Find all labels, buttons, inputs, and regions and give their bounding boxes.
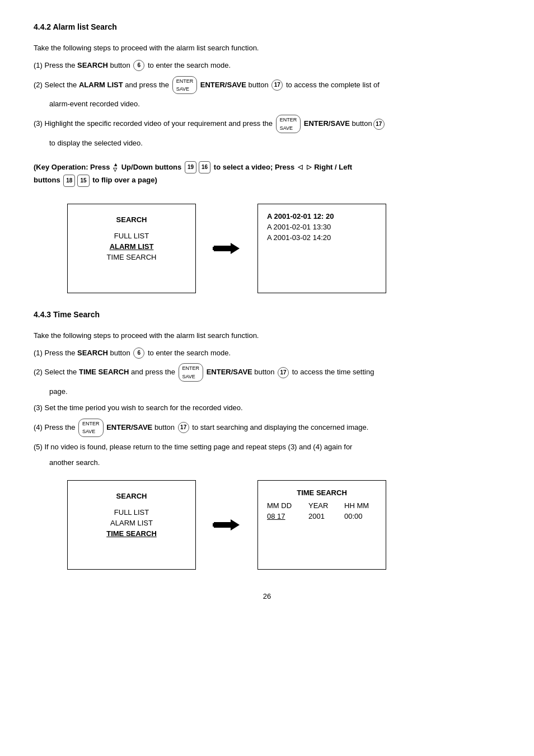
enter-save-icon-1: ENTERSAVE bbox=[172, 76, 198, 95]
svg-rect-5 bbox=[213, 523, 217, 527]
result-line-3: A 2001-03-02 14:20 bbox=[267, 233, 377, 242]
step-1-443: (1) Press the SEARCH button 6 to enter t… bbox=[34, 348, 500, 359]
full-list-item-1: FULL LIST bbox=[79, 232, 184, 240]
step-2-443-cont: page. bbox=[49, 386, 500, 398]
time-search-item-2: TIME SEARCH bbox=[79, 529, 184, 538]
step-3-442: (3) Highlight the specific recorded vide… bbox=[34, 115, 500, 133]
left-btn: 15 bbox=[77, 175, 89, 187]
section-443-intro: Take the following steps to proceed with… bbox=[34, 330, 500, 342]
search-menu-box-1: SEARCH FULL LIST ALARM LIST TIME SEARCH bbox=[67, 204, 196, 293]
section-442-title: 4.4.2 Alarm list Search bbox=[34, 22, 500, 31]
enter-save-num-4: 17 bbox=[178, 422, 189, 433]
search-button-icon-2: 6 bbox=[133, 348, 144, 359]
enter-save-num-3: 17 bbox=[278, 367, 289, 378]
search-menu-title-2: SEARCH bbox=[79, 492, 184, 500]
svg-rect-2 bbox=[213, 247, 217, 250]
arrow-1 bbox=[213, 240, 241, 257]
mm-dd-value: 08 17 bbox=[267, 512, 301, 520]
result-box-1: A 2001-02-01 12: 20 A 2001-02-01 13:30 A… bbox=[257, 204, 386, 293]
diagram-442: SEARCH FULL LIST ALARM LIST TIME SEARCH … bbox=[67, 204, 500, 293]
enter-save-icon-2: ENTERSAVE bbox=[276, 115, 301, 133]
step-4-443: (4) Press the ENTERSAVE ENTER/SAVE butto… bbox=[34, 419, 500, 437]
enter-save-icon-4: ENTERSAVE bbox=[78, 419, 104, 437]
result-line-1: A 2001-02-01 12: 20 bbox=[267, 212, 377, 220]
page-number: 26 bbox=[34, 592, 500, 600]
enter-save-num-1: 17 bbox=[271, 79, 283, 91]
mm-dd-header: MM DD bbox=[267, 501, 301, 510]
section-443-title: 4.4.3 Time Search bbox=[34, 310, 500, 319]
time-search-result-title: TIME SEARCH bbox=[267, 489, 377, 497]
search-button-icon: 6 bbox=[133, 60, 144, 71]
left-icon: ◁ bbox=[298, 162, 302, 173]
time-search-values: 08 17 2001 00:00 bbox=[267, 512, 377, 520]
diagram-443: SEARCH FULL LIST ALARM LIST TIME SEARCH … bbox=[67, 480, 500, 570]
time-search-result-box: TIME SEARCH MM DD YEAR HH MM 08 17 2001 … bbox=[257, 480, 386, 570]
enter-save-num-2: 17 bbox=[373, 119, 385, 130]
year-value: 2001 bbox=[308, 512, 336, 520]
time-search-header: MM DD YEAR HH MM bbox=[267, 501, 377, 510]
step-3-442-cont: to display the selected video. bbox=[49, 138, 500, 149]
right-icon: ▷ bbox=[307, 162, 311, 173]
down-btn: 16 bbox=[199, 161, 210, 173]
step-5-443-cont: another search. bbox=[49, 457, 500, 469]
svg-marker-1 bbox=[231, 243, 240, 254]
alarm-list-item-2: ALARM LIST bbox=[79, 519, 184, 527]
result-line-2: A 2001-02-01 13:30 bbox=[267, 223, 377, 231]
arrow-2 bbox=[213, 516, 241, 533]
up-down-icon: ▲▽ bbox=[113, 162, 118, 172]
section-442-intro: Take the following steps to proceed with… bbox=[34, 43, 500, 54]
right-btn: 18 bbox=[63, 175, 75, 187]
enter-save-icon-3: ENTERSAVE bbox=[179, 363, 204, 382]
alarm-list-item-1: ALARM LIST bbox=[79, 242, 184, 251]
search-menu-box-2: SEARCH FULL LIST ALARM LIST TIME SEARCH bbox=[67, 480, 196, 570]
step-2-442-cont: alarm-event recorded video. bbox=[49, 98, 500, 110]
svg-marker-4 bbox=[231, 519, 240, 530]
step-1-442: (1) Press the SEARCH button 6 to enter t… bbox=[34, 60, 500, 72]
hh-mm-header: HH MM bbox=[344, 501, 369, 510]
up-btn: 19 bbox=[185, 161, 196, 173]
hh-mm-value: 00:00 bbox=[344, 512, 363, 520]
key-operation-442: (Key Operation: Press ▲▽ Up/Down buttons… bbox=[34, 161, 500, 187]
step-5-443: (5) If no video is found, please return … bbox=[34, 442, 500, 453]
year-header: YEAR bbox=[308, 501, 336, 510]
time-search-item-1: TIME SEARCH bbox=[79, 253, 184, 261]
step-2-443: (2) Select the TIME SEARCH and press the… bbox=[34, 363, 500, 382]
full-list-item-2: FULL LIST bbox=[79, 508, 184, 516]
step-3-443: (3) Set the time period you wish to sear… bbox=[34, 402, 500, 414]
step-2-442: (2) Select the ALARM LIST and press the … bbox=[34, 76, 500, 95]
search-menu-title-1: SEARCH bbox=[79, 215, 184, 224]
